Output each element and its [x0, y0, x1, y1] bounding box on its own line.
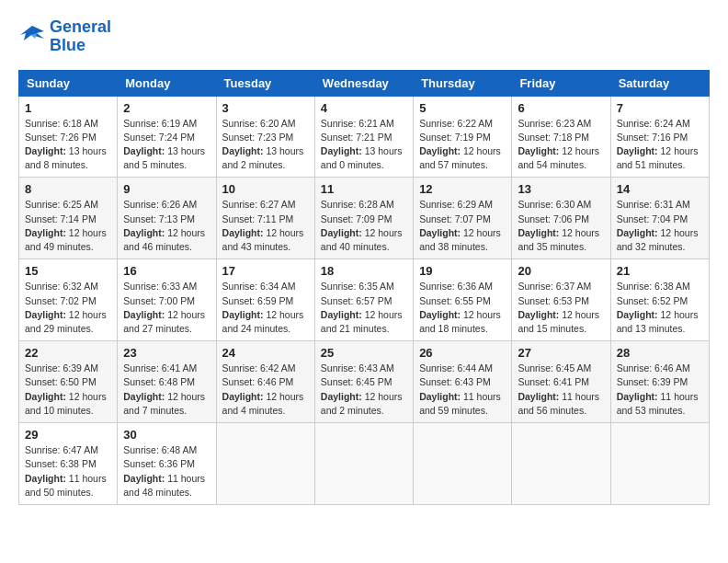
day-info: Sunrise: 6:39 AMSunset: 6:50 PMDaylight:… — [25, 362, 111, 418]
day-number: 30 — [123, 428, 210, 442]
calendar-table: SundayMondayTuesdayWednesdayThursdayFrid… — [18, 70, 710, 505]
day-info: Sunrise: 6:45 AMSunset: 6:41 PMDaylight:… — [518, 362, 604, 418]
day-number: 2 — [123, 101, 210, 115]
calendar-cell: 30Sunrise: 6:48 AMSunset: 6:36 PMDayligh… — [118, 423, 216, 505]
day-info: Sunrise: 6:35 AMSunset: 6:57 PMDaylight:… — [321, 280, 407, 336]
day-info: Sunrise: 6:20 AMSunset: 7:23 PMDaylight:… — [222, 117, 309, 173]
calendar-cell: 13Sunrise: 6:30 AMSunset: 7:06 PMDayligh… — [512, 178, 610, 259]
day-info: Sunrise: 6:31 AMSunset: 7:04 PMDaylight:… — [617, 198, 703, 254]
calendar-cell: 28Sunrise: 6:46 AMSunset: 6:39 PMDayligh… — [610, 341, 709, 423]
calendar-header-wednesday: Wednesday — [314, 70, 413, 96]
calendar-cell — [414, 423, 512, 505]
day-number: 22 — [25, 346, 111, 360]
day-number: 24 — [222, 346, 309, 360]
calendar-cell: 25Sunrise: 6:43 AMSunset: 6:45 PMDayligh… — [314, 341, 413, 423]
day-info: Sunrise: 6:27 AMSunset: 7:11 PMDaylight:… — [222, 198, 309, 254]
day-number: 13 — [518, 182, 604, 196]
calendar-cell: 29Sunrise: 6:47 AMSunset: 6:38 PMDayligh… — [19, 423, 118, 505]
calendar-cell: 14Sunrise: 6:31 AMSunset: 7:04 PMDayligh… — [610, 178, 709, 259]
day-info: Sunrise: 6:29 AMSunset: 7:07 PMDaylight:… — [419, 198, 506, 254]
day-info: Sunrise: 6:19 AMSunset: 7:24 PMDaylight:… — [123, 117, 210, 173]
day-number: 20 — [518, 264, 604, 278]
week-row-3: 15Sunrise: 6:32 AMSunset: 7:02 PMDayligh… — [19, 259, 710, 341]
day-info: Sunrise: 6:21 AMSunset: 7:21 PMDaylight:… — [321, 117, 407, 173]
day-info: Sunrise: 6:47 AMSunset: 6:38 PMDaylight:… — [25, 443, 111, 500]
day-info: Sunrise: 6:22 AMSunset: 7:19 PMDaylight:… — [419, 117, 506, 173]
day-number: 15 — [25, 264, 111, 278]
calendar-cell: 1Sunrise: 6:18 AMSunset: 7:26 PMDaylight… — [19, 96, 118, 178]
calendar-cell — [512, 423, 610, 505]
day-info: Sunrise: 6:37 AMSunset: 6:53 PMDaylight:… — [518, 280, 604, 336]
page-header: General Blue — [18, 18, 710, 55]
day-info: Sunrise: 6:23 AMSunset: 7:18 PMDaylight:… — [518, 117, 604, 173]
calendar-cell: 5Sunrise: 6:22 AMSunset: 7:19 PMDaylight… — [414, 96, 512, 178]
day-number: 3 — [222, 101, 309, 115]
calendar-cell: 19Sunrise: 6:36 AMSunset: 6:55 PMDayligh… — [414, 259, 512, 341]
day-info: Sunrise: 6:36 AMSunset: 6:55 PMDaylight:… — [419, 280, 506, 336]
calendar-cell: 3Sunrise: 6:20 AMSunset: 7:23 PMDaylight… — [216, 96, 314, 178]
day-number: 23 — [123, 346, 210, 360]
calendar-header-saturday: Saturday — [610, 70, 709, 96]
day-number: 1 — [25, 101, 111, 115]
week-row-1: 1Sunrise: 6:18 AMSunset: 7:26 PMDaylight… — [19, 96, 710, 178]
calendar-cell: 4Sunrise: 6:21 AMSunset: 7:21 PMDaylight… — [314, 96, 413, 178]
calendar-header-thursday: Thursday — [414, 70, 512, 96]
day-number: 10 — [222, 182, 309, 196]
calendar-cell: 8Sunrise: 6:25 AMSunset: 7:14 PMDaylight… — [19, 178, 118, 259]
day-number: 25 — [321, 346, 407, 360]
day-number: 14 — [617, 182, 703, 196]
calendar-header-monday: Monday — [118, 70, 216, 96]
day-number: 9 — [123, 182, 210, 196]
day-number: 12 — [419, 182, 506, 196]
week-row-5: 29Sunrise: 6:47 AMSunset: 6:38 PMDayligh… — [19, 423, 710, 505]
calendar-cell: 17Sunrise: 6:34 AMSunset: 6:59 PMDayligh… — [216, 259, 314, 341]
logo-icon — [18, 24, 46, 50]
day-number: 6 — [518, 101, 604, 115]
svg-marker-0 — [20, 26, 44, 40]
calendar-cell: 12Sunrise: 6:29 AMSunset: 7:07 PMDayligh… — [414, 178, 512, 259]
day-info: Sunrise: 6:18 AMSunset: 7:26 PMDaylight:… — [25, 117, 111, 173]
calendar-cell: 15Sunrise: 6:32 AMSunset: 7:02 PMDayligh… — [19, 259, 118, 341]
day-info: Sunrise: 6:43 AMSunset: 6:45 PMDaylight:… — [321, 362, 407, 418]
day-info: Sunrise: 6:41 AMSunset: 6:48 PMDaylight:… — [123, 362, 210, 418]
week-row-4: 22Sunrise: 6:39 AMSunset: 6:50 PMDayligh… — [19, 341, 710, 423]
calendar-header-tuesday: Tuesday — [216, 70, 314, 96]
calendar-cell: 11Sunrise: 6:28 AMSunset: 7:09 PMDayligh… — [314, 178, 413, 259]
day-info: Sunrise: 6:46 AMSunset: 6:39 PMDaylight:… — [617, 362, 703, 418]
calendar-cell — [314, 423, 413, 505]
day-info: Sunrise: 6:48 AMSunset: 6:36 PMDaylight:… — [123, 443, 210, 500]
calendar-cell: 21Sunrise: 6:38 AMSunset: 6:52 PMDayligh… — [610, 259, 709, 341]
calendar-cell: 6Sunrise: 6:23 AMSunset: 7:18 PMDaylight… — [512, 96, 610, 178]
day-number: 29 — [25, 428, 111, 442]
day-info: Sunrise: 6:24 AMSunset: 7:16 PMDaylight:… — [617, 117, 703, 173]
day-number: 11 — [321, 182, 407, 196]
day-info: Sunrise: 6:28 AMSunset: 7:09 PMDaylight:… — [321, 198, 407, 254]
day-number: 28 — [617, 346, 703, 360]
calendar-cell: 16Sunrise: 6:33 AMSunset: 7:00 PMDayligh… — [118, 259, 216, 341]
day-number: 21 — [617, 264, 703, 278]
calendar-cell: 24Sunrise: 6:42 AMSunset: 6:46 PMDayligh… — [216, 341, 314, 423]
day-info: Sunrise: 6:44 AMSunset: 6:43 PMDaylight:… — [419, 362, 506, 418]
day-info: Sunrise: 6:42 AMSunset: 6:46 PMDaylight:… — [222, 362, 309, 418]
day-number: 8 — [25, 182, 111, 196]
calendar-cell: 23Sunrise: 6:41 AMSunset: 6:48 PMDayligh… — [118, 341, 216, 423]
day-number: 19 — [419, 264, 506, 278]
logo: General Blue — [18, 18, 111, 55]
day-number: 5 — [419, 101, 506, 115]
day-number: 4 — [321, 101, 407, 115]
calendar-cell: 26Sunrise: 6:44 AMSunset: 6:43 PMDayligh… — [414, 341, 512, 423]
calendar-header-row: SundayMondayTuesdayWednesdayThursdayFrid… — [19, 70, 710, 96]
calendar-cell: 22Sunrise: 6:39 AMSunset: 6:50 PMDayligh… — [19, 341, 118, 423]
day-info: Sunrise: 6:33 AMSunset: 7:00 PMDaylight:… — [123, 280, 210, 336]
day-number: 7 — [617, 101, 703, 115]
day-info: Sunrise: 6:26 AMSunset: 7:13 PMDaylight:… — [123, 198, 210, 254]
calendar-cell: 7Sunrise: 6:24 AMSunset: 7:16 PMDaylight… — [610, 96, 709, 178]
day-number: 18 — [321, 264, 407, 278]
day-number: 16 — [123, 264, 210, 278]
day-info: Sunrise: 6:38 AMSunset: 6:52 PMDaylight:… — [617, 280, 703, 336]
calendar-cell: 18Sunrise: 6:35 AMSunset: 6:57 PMDayligh… — [314, 259, 413, 341]
calendar-cell: 27Sunrise: 6:45 AMSunset: 6:41 PMDayligh… — [512, 341, 610, 423]
calendar-header-sunday: Sunday — [19, 70, 118, 96]
week-row-2: 8Sunrise: 6:25 AMSunset: 7:14 PMDaylight… — [19, 178, 710, 259]
calendar-cell: 2Sunrise: 6:19 AMSunset: 7:24 PMDaylight… — [118, 96, 216, 178]
